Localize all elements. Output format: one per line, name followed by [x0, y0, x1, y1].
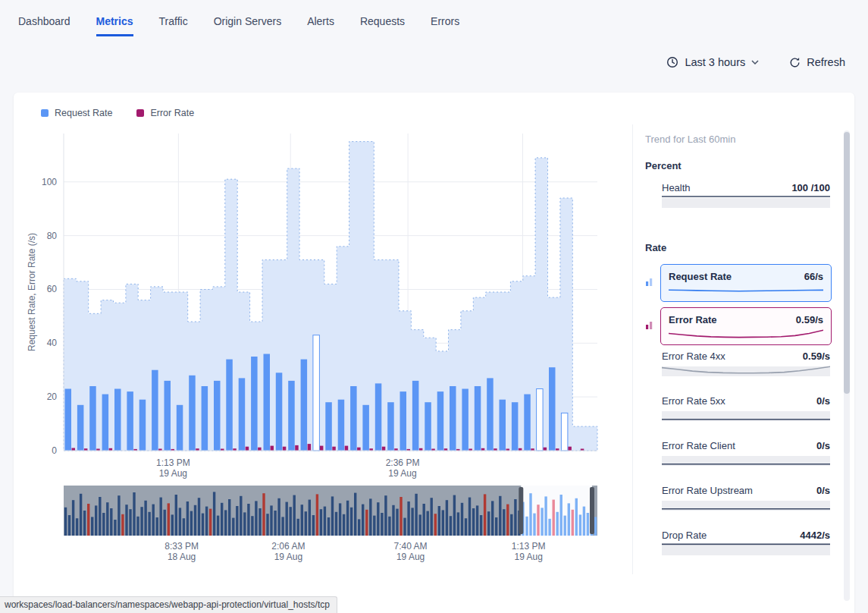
trend-metric-value: 4442/s [800, 530, 830, 541]
metrics-card: Request RateError Rate 0204060801001:13 … [14, 93, 854, 613]
trend-sparkline [669, 327, 823, 341]
trend-metric-value: 66/s [804, 271, 823, 282]
request-error-rate-chart[interactable]: 0204060801001:13 PM19 Aug2:36 PM19 AugRe… [24, 124, 632, 486]
trend-metric-name: Error Rate Upstream [662, 485, 753, 496]
trend-metric-name: Error Rate 5xx [662, 395, 725, 407]
trend-item-icon [645, 307, 660, 333]
trend-metric-value: 0.59/s [796, 314, 823, 325]
timeline-brush-chart[interactable]: 8:33 PM18 Aug2:06 AM19 Aug7:40 AM19 Aug1… [24, 486, 632, 567]
refresh-icon [789, 57, 801, 68]
trend-item-body: Error Rate 5xx0/s [660, 395, 832, 422]
trend-metric-value: 0/s [816, 395, 830, 407]
trend-item-error-rate[interactable]: Error Rate0.59/s [645, 307, 832, 351]
svg-text:19 Aug: 19 Aug [159, 468, 187, 479]
scrollbar-thumb[interactable] [844, 132, 850, 394]
time-range-label: Last 3 hours [685, 56, 745, 68]
trend-item-error-rate-upstream[interactable]: Error Rate Upstream0/s [645, 485, 832, 530]
trend-item-error-rate-client[interactable]: Error Rate Client0/s [645, 440, 832, 485]
trend-item-drop-rate[interactable]: Drop Rate4442/s [645, 530, 832, 574]
trend-sparkline [662, 542, 830, 556]
trend-item-body: Error Rate0.59/s [660, 307, 832, 345]
trend-sparkline [662, 195, 830, 209]
top-nav: DashboardMetricsTrafficOrigin ServersAle… [0, 0, 868, 36]
trend-metric-value: 100 /100 [791, 182, 830, 193]
trend-metric-name: Drop Rate [662, 530, 707, 541]
tab-metrics[interactable]: Metrics [96, 15, 133, 36]
trend-panel-title: Trend for Last 60min [645, 134, 832, 145]
svg-text:2:06 AM: 2:06 AM [271, 541, 305, 552]
tab-requests[interactable]: Requests [360, 15, 405, 36]
trend-item-icon-slot [645, 351, 660, 363]
svg-text:19 Aug: 19 Aug [396, 552, 425, 562]
time-range-selector[interactable]: Last 3 hours [666, 56, 759, 68]
trend-metric-name: Health [662, 182, 691, 193]
chart-legend: Request RateError Rate [24, 102, 844, 123]
bar-chart-icon [645, 278, 654, 287]
legend-label: Request Rate [55, 108, 112, 118]
trend-sparkline [669, 284, 823, 297]
refresh-button[interactable]: Refresh [789, 56, 845, 68]
legend-item-request-rate[interactable]: Request Rate [41, 108, 112, 118]
trend-metric-name: Error Rate [669, 314, 717, 325]
trend-metric-name: Error Rate 4xx [662, 351, 725, 362]
svg-text:0: 0 [52, 445, 57, 456]
brush-handle[interactable] [590, 487, 594, 534]
scrollbar[interactable] [844, 130, 850, 601]
section-heading-rate: Rate [645, 242, 832, 253]
legend-swatch [41, 109, 49, 117]
legend-label: Error Rate [150, 108, 194, 118]
svg-text:2:36 PM: 2:36 PM [386, 457, 420, 468]
brush-handle[interactable] [519, 487, 523, 534]
svg-text:100: 100 [42, 177, 57, 187]
svg-text:7:40 AM: 7:40 AM [394, 541, 428, 552]
trend-item-body: Request Rate66/s [660, 264, 832, 302]
main-chart-svg[interactable]: 0204060801001:13 PM19 Aug2:36 PM19 AugRe… [24, 124, 631, 483]
trend-item-body: Error Rate Client0/s [660, 440, 832, 467]
trend-metric-value: 0.59/s [803, 351, 830, 362]
status-url: workspaces/load-balancers/namespaces/web… [0, 596, 337, 613]
trend-item-request-rate[interactable]: Request Rate66/s [645, 264, 832, 307]
svg-text:18 Aug: 18 Aug [168, 552, 196, 562]
trend-item-icon [645, 264, 660, 290]
trend-item-error-rate-5xx[interactable]: Error Rate 5xx0/s [645, 395, 832, 440]
trend-item-icon-slot [645, 530, 660, 542]
trend-item-body: Error Rate Upstream0/s [660, 485, 832, 511]
trend-item-body: Health100 /100 [660, 182, 832, 209]
trend-panel: Trend for Last 60min PercentHealth100 /1… [632, 124, 844, 574]
svg-text:19 Aug: 19 Aug [274, 552, 302, 562]
svg-text:Request Rate, Error Rate (/s): Request Rate, Error Rate (/s) [27, 233, 37, 351]
svg-text:60: 60 [47, 284, 58, 294]
trend-item-icon-slot [645, 182, 660, 194]
refresh-label: Refresh [807, 56, 845, 68]
trend-item-health[interactable]: Health100 /100 [645, 182, 832, 227]
trend-metric-value: 0/s [816, 485, 830, 496]
svg-text:80: 80 [47, 231, 58, 241]
tab-errors[interactable]: Errors [431, 15, 459, 36]
timeline-svg[interactable]: 8:33 PM18 Aug2:06 AM19 Aug7:40 AM19 Aug1… [24, 486, 631, 564]
svg-text:20: 20 [47, 391, 58, 402]
trend-metric-name: Request Rate [669, 271, 732, 282]
trend-metric-name: Error Rate Client [662, 440, 735, 451]
svg-text:1:13 PM: 1:13 PM [156, 457, 190, 468]
legend-item-error-rate[interactable]: Error Rate [136, 108, 194, 118]
trend-metric-value: 0/s [816, 440, 830, 451]
trend-item-error-rate-4xx[interactable]: Error Rate 4xx0.59/s [645, 351, 832, 395]
trend-sparkline [662, 498, 830, 511]
section-heading-percent: Percent [645, 160, 832, 171]
trend-item-body: Drop Rate4442/s [660, 530, 832, 556]
legend-swatch [136, 109, 144, 117]
trend-sparkline [662, 408, 830, 422]
tab-traffic[interactable]: Traffic [159, 15, 188, 36]
trend-sparkline [662, 363, 830, 377]
trend-sparkline [662, 453, 830, 467]
tab-dashboard[interactable]: Dashboard [18, 15, 71, 36]
bar-chart-icon [645, 321, 654, 330]
svg-text:19 Aug: 19 Aug [388, 468, 416, 479]
trend-item-icon-slot [645, 440, 660, 452]
tab-alerts[interactable]: Alerts [307, 15, 334, 36]
trend-item-body: Error Rate 4xx0.59/s [660, 351, 832, 377]
svg-text:8:33 PM: 8:33 PM [165, 541, 199, 552]
svg-text:1:13 PM: 1:13 PM [512, 541, 546, 552]
tab-origin-servers[interactable]: Origin Servers [214, 15, 281, 36]
trend-item-icon-slot [645, 395, 660, 407]
